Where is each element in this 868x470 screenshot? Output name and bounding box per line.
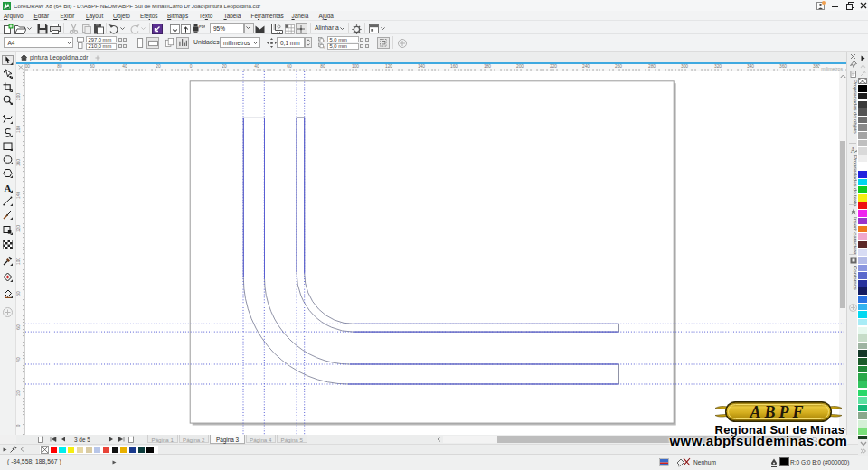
svg-text:y: y <box>324 45 326 49</box>
svg-text:A: A <box>5 183 12 193</box>
svg-text:PDF: PDF <box>199 24 205 29</box>
svg-text:x: x <box>324 39 326 42</box>
svg-text:ABPF: ABPF <box>749 403 807 421</box>
svg-text:A: A <box>850 146 855 154</box>
